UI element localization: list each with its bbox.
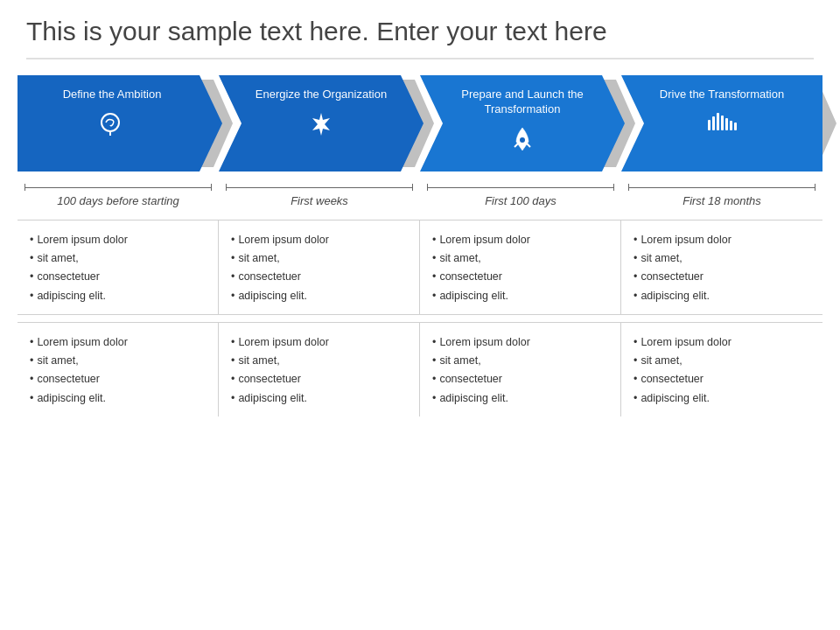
bullet-item: •adipiscing elit. — [634, 389, 810, 408]
bullet-item: •sit amet, — [30, 352, 206, 370]
timeline-label-3: First 100 days — [485, 194, 556, 209]
bullet-text: consectetuer — [640, 268, 704, 286]
bullet-text: adipiscing elit. — [238, 389, 307, 408]
blue-arrow-3: Prepare and Launch the Transformation — [420, 75, 625, 172]
svg-rect-7 — [721, 116, 724, 130]
content-cell-r1-c4: •Lorem ipsum dolor•sit amet,•consectetue… — [621, 220, 822, 315]
bullet-text: sit amet, — [238, 249, 279, 268]
bullet-text: consectetuer — [238, 268, 301, 286]
bullet-dot: • — [432, 333, 436, 352]
bullet-item: •sit amet, — [432, 249, 608, 268]
content-cell-r1-c3: •Lorem ipsum dolor•sit amet,•consectetue… — [420, 220, 621, 315]
header: This is your sample text here. Enter you… — [0, 0, 840, 58]
bullet-dot: • — [432, 268, 436, 286]
header-title[interactable]: This is your sample text here. Enter you… — [26, 16, 814, 47]
svg-point-0 — [102, 114, 119, 131]
content-cell-r2-c1: •Lorem ipsum dolor•sit amet,•consectetue… — [18, 323, 219, 416]
bullet-item: •sit amet, — [634, 249, 810, 268]
svg-point-3 — [520, 137, 525, 143]
bullet-item: •consectetuer — [432, 268, 608, 286]
bullet-dot: • — [30, 268, 33, 286]
bullet-text: consectetuer — [37, 268, 100, 286]
content-grid-row1: •Lorem ipsum dolor•sit amet,•consectetue… — [18, 220, 822, 315]
bullet-dot: • — [30, 287, 33, 305]
timeline-label-4: First 18 months — [682, 194, 761, 209]
bullet-text: sit amet, — [238, 352, 279, 370]
bullet-item: •adipiscing elit. — [634, 287, 810, 305]
timeline-label-2: First weeks — [290, 194, 348, 209]
bullet-dot: • — [634, 268, 637, 286]
bullet-text: adipiscing elit. — [439, 287, 508, 305]
svg-rect-4 — [708, 120, 710, 130]
bullet-dot: • — [231, 370, 234, 388]
bullet-text: consectetuer — [640, 370, 704, 388]
svg-rect-6 — [717, 113, 719, 130]
timeline-item-2: First weeks — [219, 180, 420, 213]
bullet-text: Lorem ipsum dolor — [238, 333, 329, 352]
bullet-text: sit amet, — [439, 352, 480, 370]
bullet-dot: • — [30, 370, 33, 388]
bullet-dot: • — [231, 352, 234, 370]
bullet-text: consectetuer — [439, 370, 502, 388]
bullet-item: •consectetuer — [634, 268, 810, 286]
slide: This is your sample text here. Enter you… — [0, 0, 840, 630]
bullet-dot: • — [30, 333, 33, 352]
bullet-dot: • — [432, 389, 436, 408]
bullet-item: •Lorem ipsum dolor — [231, 231, 407, 249]
timeline-item-3: First 100 days — [420, 180, 621, 213]
bullet-dot: • — [432, 370, 436, 388]
arrow-label-1: Define the Ambition — [30, 88, 194, 102]
bullet-text: Lorem ipsum dolor — [37, 333, 128, 352]
bullet-item: •consectetuer — [231, 370, 407, 388]
bullet-text: adipiscing elit. — [640, 287, 710, 305]
arrow-label-4: Drive the Transformation — [649, 88, 794, 102]
bullet-item: •adipiscing elit. — [231, 287, 407, 305]
bullet-text: sit amet, — [37, 249, 78, 268]
content-cell-r2-c3: •Lorem ipsum dolor•sit amet,•consectetue… — [420, 323, 621, 416]
bullet-item: •consectetuer — [30, 268, 206, 286]
bullet-item: •sit amet, — [231, 249, 407, 268]
bullet-item: •Lorem ipsum dolor — [432, 231, 608, 249]
bullet-item: •sit amet, — [634, 352, 810, 370]
bullet-text: Lorem ipsum dolor — [439, 231, 530, 249]
svg-marker-2 — [312, 113, 330, 136]
bullet-dot: • — [231, 249, 234, 268]
bullet-text: consectetuer — [439, 268, 502, 286]
bullet-text: sit amet, — [439, 249, 480, 268]
bullet-text: sit amet, — [640, 352, 682, 370]
bullet-text: adipiscing elit. — [439, 389, 508, 408]
bullet-text: adipiscing elit. — [37, 389, 106, 408]
bullet-text: adipiscing elit. — [37, 287, 106, 305]
bullet-text: sit amet, — [37, 352, 78, 370]
bullet-dot: • — [432, 249, 436, 268]
bullet-item: •Lorem ipsum dolor — [634, 231, 810, 249]
bullet-text: Lorem ipsum dolor — [439, 333, 530, 352]
bullet-text: adipiscing elit. — [238, 287, 307, 305]
bullet-dot: • — [634, 352, 637, 370]
svg-rect-9 — [730, 121, 732, 130]
bullet-item: •adipiscing elit. — [30, 389, 206, 408]
bullet-item: •Lorem ipsum dolor — [432, 333, 608, 352]
content-cell-r2-c2: •Lorem ipsum dolor•sit amet,•consectetue… — [219, 323, 420, 416]
content-cell-r1-c1: •Lorem ipsum dolor•sit amet,•consectetue… — [18, 220, 219, 315]
bullet-item: •consectetuer — [30, 370, 206, 388]
bullet-item: •adipiscing elit. — [432, 287, 608, 305]
blue-arrow-1: Define the Ambition — [18, 75, 222, 172]
bullet-item: •adipiscing elit. — [231, 389, 407, 408]
bullet-item: •adipiscing elit. — [30, 287, 206, 305]
bullet-item: •Lorem ipsum dolor — [231, 333, 407, 352]
bullet-dot: • — [634, 287, 637, 305]
bullet-text: adipiscing elit. — [640, 389, 710, 408]
bullet-dot: • — [30, 249, 33, 268]
bullet-text: Lorem ipsum dolor — [640, 333, 732, 352]
bullet-dot: • — [231, 268, 234, 286]
timeline-item-4: First 18 months — [621, 180, 822, 213]
bullet-item: •consectetuer — [432, 370, 608, 388]
content-grid-row2: •Lorem ipsum dolor•sit amet,•consectetue… — [18, 322, 822, 416]
bullet-dot: • — [634, 249, 637, 268]
content-cell-r2-c4: •Lorem ipsum dolor•sit amet,•consectetue… — [621, 323, 822, 416]
arrow-icon-4 — [649, 111, 794, 138]
bullet-item: •Lorem ipsum dolor — [30, 333, 206, 352]
bullet-dot: • — [231, 333, 234, 352]
bullet-dot: • — [432, 231, 436, 249]
